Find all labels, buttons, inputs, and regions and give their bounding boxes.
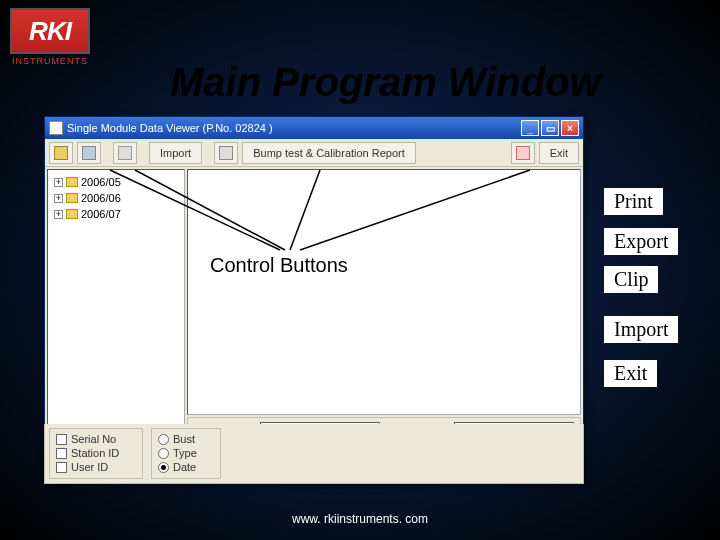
maximize-button[interactable]: ▭ [541,120,559,136]
folder-icon [66,177,78,187]
folder-icon [66,209,78,219]
slide-title: Main Program Window [170,60,650,105]
report-button[interactable]: Bump test & Calibration Report [242,142,416,164]
control-buttons-label: Control Buttons [200,250,358,283]
sort-date-radio[interactable]: Date [158,461,214,473]
filter-group: Serial No Station ID User ID [49,428,143,479]
tree-expand-icon[interactable]: + [54,194,63,203]
annotation-clip: Clip [604,266,658,293]
annotation-exit: Exit [604,360,657,387]
tree-expand-icon[interactable]: + [54,178,63,187]
filter-user-label: User ID [71,461,108,473]
filter-serial-checkbox[interactable]: Serial No [56,433,136,445]
toolbar: Import Bump test & Calibration Report Ex… [45,139,583,167]
logo: RKI INSTRUMENTS [10,8,90,66]
exit-icon [516,146,530,160]
annotation-export: Export [604,228,678,255]
tree-item[interactable]: + 2006/05 [50,174,182,190]
filter-station-checkbox[interactable]: Station ID [56,447,136,459]
sort-type-radio[interactable]: Type [158,447,214,459]
tree-item-label: 2006/05 [81,176,121,188]
tree-item-label: 2006/07 [81,208,121,220]
folder-icon [66,193,78,203]
clipboard-icon [118,146,132,160]
filter-serial-label: Serial No [71,433,116,445]
radio-icon [158,448,169,459]
filter-sort-bar: Serial No Station ID User ID Bust Type [44,424,584,484]
printer-icon [219,146,233,160]
tree-item[interactable]: + 2006/07 [50,206,182,222]
checkbox-icon [56,448,67,459]
exit-label: Exit [550,147,568,159]
folder-open-icon [54,146,68,160]
report-label: Bump test & Calibration Report [253,147,405,159]
checkbox-icon [56,462,67,473]
import-button[interactable]: Import [149,142,202,164]
tree-expand-icon[interactable]: + [54,210,63,219]
annotation-import: Import [604,316,678,343]
exit-icon-button[interactable] [511,142,535,164]
radio-icon [158,434,169,445]
close-button[interactable]: × [561,120,579,136]
sort-bust-radio[interactable]: Bust [158,433,214,445]
open-button[interactable] [49,142,73,164]
save-icon [82,146,96,160]
logo-text: RKI [10,8,90,54]
sort-type-label: Type [173,447,197,459]
tree-item[interactable]: + 2006/06 [50,190,182,206]
annotation-print: Print [604,188,663,215]
app-icon [49,121,63,135]
sort-date-label: Date [173,461,196,473]
main-data-view [187,169,581,415]
footer-url: www. rkiinstruments. com [0,512,720,526]
titlebar: Single Module Data Viewer (P.No. 02824 )… [45,117,583,139]
print-button[interactable] [214,142,238,164]
save-button[interactable] [77,142,101,164]
filter-user-checkbox[interactable]: User ID [56,461,136,473]
logo-subtext: INSTRUMENTS [10,56,90,66]
minimize-button[interactable]: _ [521,120,539,136]
import-label: Import [160,147,191,159]
filter-station-label: Station ID [71,447,119,459]
window-title: Single Module Data Viewer (P.No. 02824 ) [67,122,273,134]
radio-icon [158,462,169,473]
checkbox-icon [56,434,67,445]
exit-button[interactable]: Exit [539,142,579,164]
sort-bust-label: Bust [173,433,195,445]
sort-group: Bust Type Date [151,428,221,479]
clip-button[interactable] [113,142,137,164]
tree-item-label: 2006/06 [81,192,121,204]
